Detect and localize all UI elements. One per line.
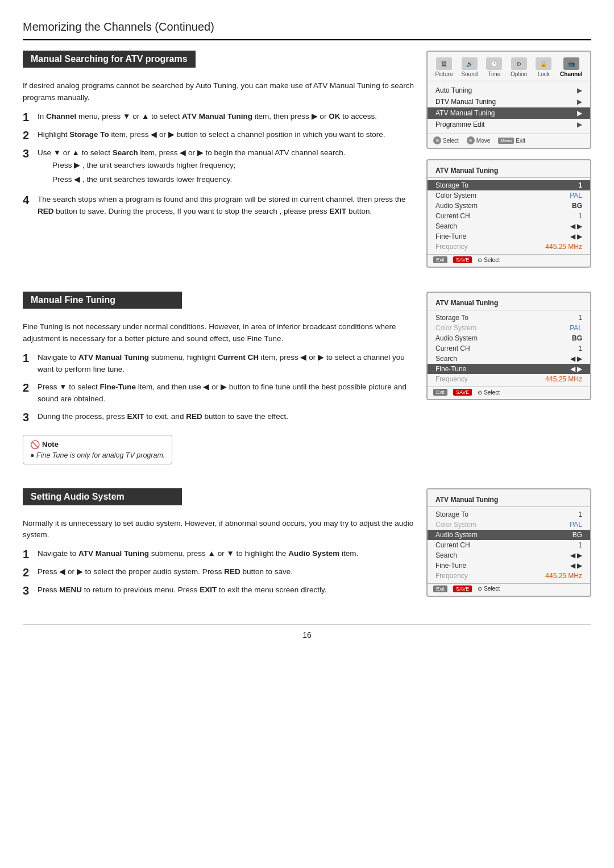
icon-picture: 🖼 Picture — [435, 57, 453, 77]
ft-step-1-num: 1 — [23, 352, 33, 364]
step-3: 3 Use ▼ or ▲ to select Search item, pres… — [23, 147, 415, 188]
icon-option: ⚙ Option — [511, 57, 527, 77]
atv2-row-storage: Storage To 1 — [428, 313, 590, 323]
select-btn-icon: ⊙ — [433, 136, 441, 144]
setting-audio-intro: Normally it is unnecessary to set audio … — [23, 518, 415, 542]
menu-row-dtv-manual: DTV Manual Tuning▶ — [428, 96, 590, 107]
tv-icon-bar: 🖼 Picture 🔊 Sound 🕐 Time ⚙ Option 🔒 — [428, 57, 590, 81]
atv2-save-btn: SAVE — [453, 389, 472, 396]
atv3-row-search: Search ◀ ▶ — [428, 550, 590, 560]
exit-btn-icon: Menu — [498, 138, 514, 144]
atv-row-currentch: Current CH 1 — [428, 211, 590, 221]
setting-audio-visuals: ATV Manual Tuning Storage To 1 Color Sys… — [426, 488, 591, 607]
ft-step-3-num: 3 — [23, 411, 33, 423]
sa-step-1-text: Navigate to ATV Manual Tuning submenu, p… — [38, 548, 358, 560]
atv3-exit-btn: Exit — [433, 585, 447, 592]
menu-row-programme-edit: Programme Edit▶ — [428, 119, 590, 130]
atv2-row-currentch: Current CH 1 — [428, 343, 590, 354]
step-3-sub1: Press ▶ , the unit searches towards high… — [52, 159, 345, 172]
fine-tuning-header: Manual Fine Tuning — [23, 292, 182, 309]
atv-panel-3-title: ATV Manual Tuning — [428, 494, 590, 507]
atv-row-freq: Frequency 445.25 MHz — [428, 242, 590, 252]
ft-step-1: 1 Navigate to ATV Manual Tuning submenu,… — [23, 352, 415, 376]
step-4: 4 The search stops when a program is fou… — [23, 194, 415, 218]
sa-step-1: 1 Navigate to ATV Manual Tuning submenu,… — [23, 548, 415, 560]
step-1-text: In Channel menu, press ▼ or ▲ to select … — [38, 111, 377, 123]
note-item-1: ● Fine Tune is only for analog TV progra… — [30, 451, 165, 459]
atv-row-search: Search ◀ ▶ — [428, 221, 590, 231]
atv3-row-freq: Frequency 445.25 MHz — [428, 571, 590, 581]
atv-panel-2-bottom: Exit SAVE ⊙ Select — [428, 387, 590, 396]
setting-audio-steps: 1 Navigate to ATV Manual Tuning submenu,… — [23, 548, 415, 597]
atv-row-finetune: Fine-Tune ◀ ▶ — [428, 231, 590, 242]
step-3-num: 3 — [23, 147, 33, 160]
icon-channel: 📺 Channel — [560, 57, 582, 77]
manual-searching-intro: If desired analog programs cannot be sea… — [23, 80, 415, 104]
fine-tuning-intro: Fine Tuning is not necessary under norma… — [23, 321, 415, 345]
channel-icon-shape: 📺 — [563, 57, 579, 70]
sa-step-3-num: 3 — [23, 584, 33, 597]
ft-step-2-num: 2 — [23, 381, 33, 394]
atv-panel-2-title: ATV Manual Tuning — [428, 297, 590, 310]
atv3-row-color: Color System PAL — [428, 520, 590, 530]
step-2-text: Highlight Storage To item, press ◀ or ▶ … — [38, 129, 385, 141]
icon-lock: 🔒 Lock — [536, 57, 551, 77]
sa-step-2: 2 Press ◀ or ▶ to select the proper audi… — [23, 566, 415, 579]
page-title: Memorizing the Channels (Continued) — [23, 17, 591, 40]
manual-searching-section: Manual Searching for ATV programs If des… — [23, 51, 415, 278]
sa-step-2-num: 2 — [23, 566, 33, 579]
atv-save-btn: SAVE — [453, 256, 472, 263]
sa-step-1-num: 1 — [23, 548, 33, 560]
fine-tuning-steps: 1 Navigate to ATV Manual Tuning submenu,… — [23, 352, 415, 423]
note-title: 🚫 Note — [30, 440, 165, 449]
page-number: 16 — [23, 624, 591, 639]
bottom-move: ⊙ Move — [467, 136, 490, 144]
option-icon-shape: ⚙ — [511, 57, 527, 70]
atv-row-color: Color System PAL — [428, 190, 590, 201]
atv2-row-color: Color System PAL — [428, 323, 590, 333]
ft-step-2-text: Press ▼ to select Fine-Tune item, and th… — [38, 381, 415, 405]
sound-icon-shape: 🔊 — [462, 57, 478, 70]
manual-fine-tuning-section: Manual Fine Tuning Fine Tuning is not ne… — [23, 292, 415, 475]
atv2-row-audio: Audio System BG — [428, 333, 590, 343]
fine-tuning-visuals: ATV Manual Tuning Storage To 1 Color Sys… — [426, 292, 591, 475]
atv-panel-3: ATV Manual Tuning Storage To 1 Color Sys… — [426, 488, 591, 597]
atv-panel-1: ATV Manual Tuning Storage To 1 Color Sys… — [426, 159, 591, 268]
title-suffix: (Continued) — [152, 20, 214, 33]
lock-icon-shape: 🔒 — [536, 57, 551, 70]
step-3-text: Use ▼ or ▲ to select Search item, press … — [38, 148, 345, 157]
manual-searching-steps: 1 In Channel menu, press ▼ or ▲ to selec… — [23, 111, 415, 218]
tv-bottom-bar: ⊙ Select ⊙ Move Menu Exit — [428, 134, 590, 144]
bottom-select: ⊙ Select — [433, 136, 459, 144]
step-1-num: 1 — [23, 111, 33, 123]
atv2-row-search: Search ◀ ▶ — [428, 354, 590, 364]
ft-step-3-text: During the process, press EXIT to exit, … — [38, 411, 288, 423]
title-main: Memorizing the Channels — [23, 20, 152, 33]
atv-panel-1-title: ATV Manual Tuning — [428, 165, 590, 178]
atv3-row-storage: Storage To 1 — [428, 509, 590, 520]
atv-exit-btn: Exit — [433, 256, 447, 263]
atv-panel-2: ATV Manual Tuning Storage To 1 Color Sys… — [426, 292, 591, 400]
menu-row-auto-tuning: Auto Tuning▶ — [428, 85, 590, 96]
atv2-row-finetune: Fine-Tune ◀ ▶ — [428, 364, 590, 374]
sa-step-2-text: Press ◀ or ▶ to select the proper audio … — [38, 566, 293, 578]
tv-channel-menu: 🖼 Picture 🔊 Sound 🕐 Time ⚙ Option 🔒 — [426, 51, 591, 149]
atv-panel-1-bottom: Exit SAVE ⊙ Select — [428, 254, 590, 263]
setting-audio-header: Setting Audio System — [23, 488, 182, 505]
time-icon-shape: 🕐 — [486, 57, 502, 70]
atv2-row-freq: Frequency 445.25 MHz — [428, 374, 590, 384]
atv3-row-currentch: Current CH 1 — [428, 540, 590, 550]
note-box: 🚫 Note ● Fine Tune is only for analog TV… — [23, 435, 172, 464]
ft-step-1-text: Navigate to ATV Manual Tuning submenu, h… — [38, 352, 415, 376]
bottom-exit: Menu Exit — [498, 136, 525, 144]
atv3-save-btn: SAVE — [453, 585, 472, 592]
step-1: 1 In Channel menu, press ▼ or ▲ to selec… — [23, 111, 415, 123]
manual-searching-visuals: 🖼 Picture 🔊 Sound 🕐 Time ⚙ Option 🔒 — [426, 51, 591, 278]
step-2-num: 2 — [23, 129, 33, 142]
ft-step-3: 3 During the process, press EXIT to exit… — [23, 411, 415, 423]
step-4-num: 4 — [23, 194, 33, 206]
step-4-text: The search stops when a program is found… — [38, 194, 415, 218]
atv2-exit-btn: Exit — [433, 389, 447, 396]
atv3-row-audio: Audio System BG — [428, 530, 590, 540]
atv-row-storage: Storage To 1 — [428, 180, 590, 190]
